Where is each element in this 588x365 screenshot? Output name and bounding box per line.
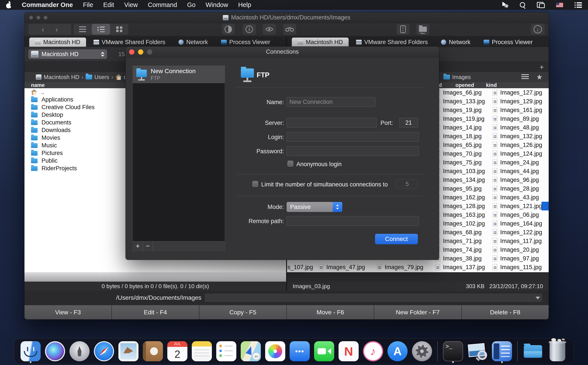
file-row[interactable]: Images_163.jpg <box>435 211 493 219</box>
zoom-window-icon[interactable] <box>44 16 47 19</box>
server-field[interactable] <box>287 118 377 127</box>
dock-appstore-icon[interactable]: A <box>387 339 408 364</box>
file-row[interactable]: Images_129.jpg <box>493 97 549 106</box>
file-row[interactable]: Images_161.jpg <box>493 106 549 114</box>
file-row[interactable]: Images_164.jpg <box>493 219 549 228</box>
breadcrumb-item[interactable]: Users <box>94 74 109 81</box>
file-row[interactable]: Images_68.jpg <box>435 228 493 237</box>
file-row[interactable]: Images_43.jpg <box>493 193 549 202</box>
function-key-button[interactable]: View - F3 <box>24 305 111 319</box>
minimize-dialog-icon[interactable] <box>138 49 143 55</box>
file-row[interactable]: Images_115.jpg <box>493 263 549 272</box>
menu-item[interactable]: File <box>83 1 93 8</box>
login-field[interactable] <box>287 132 419 142</box>
menu-item[interactable]: Go <box>187 1 196 8</box>
dock-mail-icon[interactable] <box>118 339 139 364</box>
file-row[interactable]: Images_74.jpg <box>435 245 493 254</box>
connection-item-selected[interactable]: New Connection FTP <box>133 66 225 83</box>
dock-siri-icon[interactable] <box>44 339 66 364</box>
dock-reminders-icon[interactable] <box>215 339 237 364</box>
dock-launchpad-icon[interactable] <box>69 339 90 364</box>
file-row[interactable]: Images_66.jpg <box>435 88 493 97</box>
pane-tab[interactable]: Network <box>173 38 214 47</box>
pane-tab[interactable]: VMware Shared Folders <box>88 38 171 47</box>
file-row[interactable]: Images_79.jpg <box>377 263 423 272</box>
limit-connections-checkbox[interactable] <box>252 181 258 187</box>
file-row[interactable]: Images_133.jpg <box>435 97 493 106</box>
file-row[interactable]: Images_103.jpg <box>435 167 493 175</box>
downloads-queue-button[interactable]: ↓ <box>531 24 545 35</box>
list-menu-icon[interactable] <box>521 74 529 80</box>
file-row[interactable]: s_107.jpg <box>287 263 313 272</box>
chevron-down-icon[interactable] <box>536 297 540 299</box>
dock-safari-icon[interactable] <box>93 339 115 364</box>
file-row[interactable]: Images_71.jpg <box>435 237 493 245</box>
detail-view-button[interactable] <box>92 24 110 35</box>
file-row[interactable]: Images_117.jpg <box>493 237 549 245</box>
pane-tab[interactable]: Network <box>435 38 476 47</box>
info-button[interactable]: i <box>243 24 256 35</box>
search-files-button[interactable] <box>283 24 296 35</box>
dock-commander-one-icon[interactable] <box>491 339 513 364</box>
file-row[interactable]: Images_75.jpg <box>435 158 493 167</box>
file-row[interactable]: Images_127.jpg <box>493 88 549 97</box>
menu-item[interactable]: View <box>124 1 138 8</box>
file-row[interactable]: Images_06.jpg <box>493 211 549 219</box>
dock-notes-icon[interactable] <box>191 339 213 364</box>
file-row[interactable]: Images_89.jpg <box>493 114 549 123</box>
input-language-flag-icon[interactable] <box>556 3 563 7</box>
forward-button[interactable]: › <box>50 26 64 33</box>
file-row[interactable]: Images_95.jpg <box>435 184 493 193</box>
close-window-icon[interactable] <box>29 16 33 19</box>
file-row[interactable]: Images_122.jpg <box>493 228 549 237</box>
file-row[interactable]: Images_119.jpg <box>435 114 493 123</box>
dock-trash-icon[interactable] <box>546 339 568 364</box>
dock-preview-icon[interactable] <box>467 339 489 364</box>
connection-list-empty-area[interactable] <box>133 83 225 241</box>
preview-button[interactable] <box>263 24 276 35</box>
function-key-button[interactable]: Edit - F4 <box>112 305 199 319</box>
function-key-button[interactable]: New Folder - F7 <box>374 305 461 319</box>
pane-tab[interactable]: Macintosh HD <box>292 38 349 47</box>
dialog-title-bar[interactable]: Connections <box>126 47 439 57</box>
file-row[interactable]: Images_19.jpg <box>435 106 493 114</box>
file-row[interactable]: Images_162.jpg <box>435 193 493 202</box>
close-dialog-icon[interactable] <box>129 49 134 55</box>
dock-finder-icon[interactable] <box>20 339 42 364</box>
displays-icon[interactable] <box>537 2 545 8</box>
menu-item[interactable]: Window <box>205 1 228 8</box>
dock-facetime-icon[interactable] <box>313 339 335 364</box>
pane-tab[interactable]: Macintosh HD <box>29 38 86 47</box>
file-row[interactable]: Images_44.jpg <box>493 167 549 175</box>
network-connect-button[interactable] <box>416 24 429 35</box>
remove-connection-button[interactable]: − <box>143 241 153 251</box>
dock-photos-icon[interactable] <box>264 339 286 364</box>
dock-calendar-icon[interactable]: JUL 2 <box>166 339 188 364</box>
breadcrumb-item[interactable]: Images <box>452 74 471 81</box>
grid-view-button[interactable] <box>110 24 128 35</box>
toggle-panel-button[interactable] <box>222 24 234 35</box>
file-row[interactable]: Images_28.jpg <box>493 184 549 193</box>
dock-news-icon[interactable]: N <box>338 339 360 364</box>
file-row[interactable]: Images_70.jpg <box>435 149 493 158</box>
command-line-input[interactable] <box>205 293 543 302</box>
menu-item[interactable]: Edit <box>103 1 114 8</box>
function-key-button[interactable]: Delete - F8 <box>462 305 549 319</box>
breadcrumb-item[interactable]: Macintosh HD <box>44 74 79 81</box>
function-key-button[interactable]: Copy - F5 <box>199 305 286 319</box>
add-connection-button[interactable]: + <box>133 241 143 251</box>
file-row[interactable]: Images_38.jpg <box>435 254 493 263</box>
menu-item[interactable]: Command <box>148 1 177 8</box>
search-icon[interactable] <box>520 2 525 8</box>
add-tab-button[interactable]: + <box>538 63 546 71</box>
screen-share-icon[interactable] <box>502 2 509 8</box>
file-row[interactable]: Images_14.jpg <box>435 123 493 132</box>
file-row[interactable]: Images_128.jpg <box>435 202 493 211</box>
window-title-bar[interactable]: Macintosh HD/Users/dmx/Documents/Images <box>24 13 549 23</box>
dock-contacts-icon[interactable] <box>142 339 164 364</box>
dock-maps-icon[interactable]: 3D <box>240 339 262 364</box>
dock-downloads-icon[interactable] <box>522 339 544 364</box>
file-row[interactable]: Images_65.jpg <box>435 140 493 149</box>
connect-button[interactable]: Connect <box>375 234 418 244</box>
file-row[interactable]: Images_20.jpg <box>493 245 549 254</box>
